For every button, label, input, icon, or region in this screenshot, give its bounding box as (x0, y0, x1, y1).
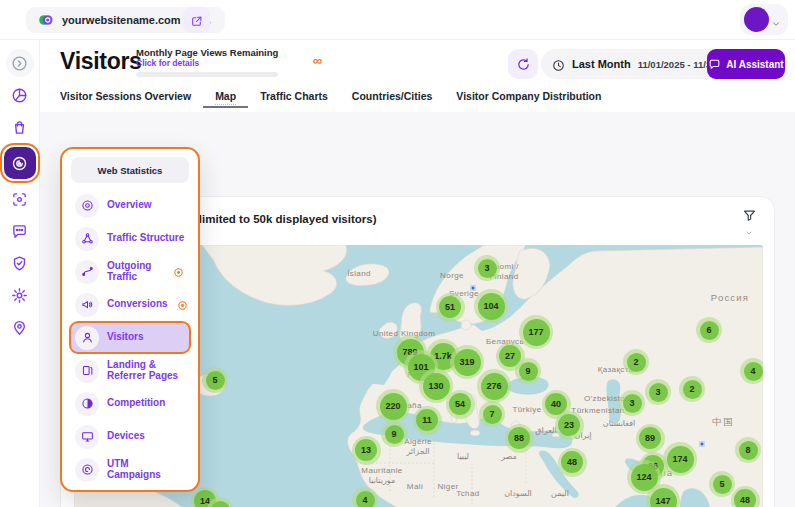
map-cluster[interactable]: 88 (505, 424, 534, 453)
web-statistics-radar-icon (11, 155, 28, 172)
cluster-count: 9 (385, 425, 404, 444)
map-cluster[interactable]: 89 (636, 424, 665, 453)
icon-rail (0, 40, 40, 507)
map-cluster[interactable]: 174 (663, 442, 697, 476)
menu-item-traffic-structure[interactable]: Traffic Structure (69, 222, 191, 255)
cluster-count: 174 (667, 446, 694, 473)
menu-item-landing-referrer-pages[interactable]: Landing & Referrer Pages (69, 354, 191, 387)
cluster-count: 6 (700, 321, 719, 340)
menu-items: OverviewTraffic StructureOutgoing Traffi… (69, 189, 191, 486)
menu-item-label: Outgoing Traffic (107, 261, 164, 282)
tab-label: Visitor Sessions Overview (60, 90, 191, 102)
quota-progressbar (136, 72, 278, 77)
map-cluster[interactable]: 4 (740, 358, 763, 384)
cluster-count: 3 (211, 501, 230, 507)
web-statistics-menu: Web Statistics OverviewTraffic Structure… (60, 147, 200, 492)
cluster-count: 89 (639, 427, 661, 449)
map-filter-button[interactable] (737, 208, 761, 238)
rail-button-target[interactable] (6, 185, 34, 213)
map-cluster[interactable]: 51 (436, 293, 465, 322)
map-cluster[interactable]: 23 (555, 411, 584, 440)
visitors-icon (75, 326, 99, 350)
map-cluster[interactable]: 7 (479, 401, 505, 427)
rail-button-gear[interactable] (6, 281, 34, 309)
map-cluster[interactable]: 3 (645, 379, 671, 405)
landing-pages-icon (75, 359, 99, 383)
tab-countries-cities[interactable]: Countries/Cities (352, 90, 433, 108)
map-cluster[interactable]: 54 (446, 390, 475, 419)
tab-traffic-charts[interactable]: Traffic Charts (260, 90, 328, 108)
refresh-button[interactable] (508, 49, 538, 79)
map-cluster[interactable]: 319 (450, 345, 484, 379)
menu-item-devices[interactable]: Devices (69, 420, 191, 453)
devices-icon (75, 425, 99, 449)
map-cluster[interactable]: 3 (474, 255, 500, 281)
tab-label: Countries/Cities (352, 90, 433, 102)
account-menu[interactable] (740, 4, 788, 35)
cluster-count: 104 (478, 293, 505, 320)
map-cluster[interactable]: 276 (477, 369, 511, 403)
cluster-count: 48 (734, 489, 756, 507)
cluster-count: 5 (713, 475, 732, 494)
menu-item-label: Overview (107, 200, 185, 211)
map-cluster[interactable]: 104 (474, 289, 508, 323)
menu-item-overview[interactable]: Overview (69, 189, 191, 222)
map-cluster[interactable]: 5 (202, 367, 228, 393)
rail-button-pie-chart[interactable] (6, 81, 34, 109)
tab-visitor-company-distribution[interactable]: Visitor Company Distribution (456, 90, 601, 108)
cluster-count: 54 (449, 393, 471, 415)
menu-item-conversions[interactable]: Conversions (69, 288, 191, 321)
map-cluster[interactable]: 2 (679, 376, 705, 402)
ai-assistant-label: AI Assistant (726, 59, 783, 70)
menu-item-label: Competition (107, 398, 185, 409)
map-cluster[interactable]: 220 (376, 389, 410, 423)
map-cluster[interactable]: 48 (731, 486, 760, 507)
rail-button-location-pin[interactable] (6, 313, 34, 341)
menu-item-visitors[interactable]: Visitors (69, 321, 191, 354)
map-cluster[interactable]: 48 (558, 448, 587, 477)
rail-button-shield[interactable] (6, 249, 34, 277)
menu-item-utm-campaigns[interactable]: UTM Campaigns (69, 453, 191, 486)
map-cluster[interactable]: 8 (735, 437, 761, 463)
menu-header: Web Statistics (71, 157, 189, 183)
chat-bubble-icon (708, 58, 721, 71)
quota-unlimited-badge: ∞ (313, 53, 322, 68)
menu-item-competition[interactable]: Competition (69, 387, 191, 420)
rail-button-collapse[interactable] (6, 49, 34, 77)
quota-details-link[interactable]: Click for details (136, 58, 322, 68)
map-cluster[interactable]: 2 (623, 349, 649, 375)
chevron-down-icon (771, 15, 781, 25)
map-cluster[interactable]: 6 (696, 317, 722, 343)
avatar (744, 7, 769, 32)
map-cluster[interactable]: 4 (352, 487, 378, 507)
map-marker[interactable] (700, 442, 705, 447)
cluster-count: 11 (416, 409, 438, 431)
map-cluster[interactable]: 9 (381, 421, 407, 447)
map-cluster[interactable]: 3 (619, 390, 645, 416)
map-cluster[interactable]: 177 (519, 315, 553, 349)
ai-assistant-button[interactable]: AI Assistant (707, 49, 785, 79)
app-window: yourwebsitename.com Visitors Monthly Pag… (0, 0, 795, 507)
menu-item-outgoing-traffic[interactable]: Outgoing Traffic (69, 255, 191, 288)
cluster-count: 130 (423, 373, 450, 400)
map-cluster[interactable]: 5 (709, 471, 735, 497)
map-cluster[interactable]: 13 (352, 436, 381, 465)
period-label: Last Month (572, 58, 631, 70)
clock-icon (552, 58, 565, 71)
site-name: yourwebsitename.com (62, 14, 181, 26)
open-website-button[interactable] (183, 7, 210, 33)
rail-button-chat[interactable] (6, 217, 34, 245)
cluster-count: 9 (519, 362, 538, 381)
menu-item-label: UTM Campaigns (107, 459, 185, 480)
rail-button-web-statistics-radar[interactable] (4, 147, 36, 179)
cluster-count: 3 (478, 259, 497, 278)
rail-button-orders-bag[interactable] (6, 113, 34, 141)
collapse-icon (11, 55, 28, 72)
tab-visitor-sessions-overview[interactable]: Visitor Sessions Overview (60, 90, 191, 108)
shield-icon (11, 255, 28, 272)
tab-map[interactable]: Map (215, 90, 236, 108)
traffic-structure-icon (75, 227, 99, 251)
map-cluster[interactable]: 9 (515, 358, 541, 384)
map-cluster[interactable]: 11 (413, 406, 442, 435)
map-marker[interactable] (471, 286, 476, 291)
